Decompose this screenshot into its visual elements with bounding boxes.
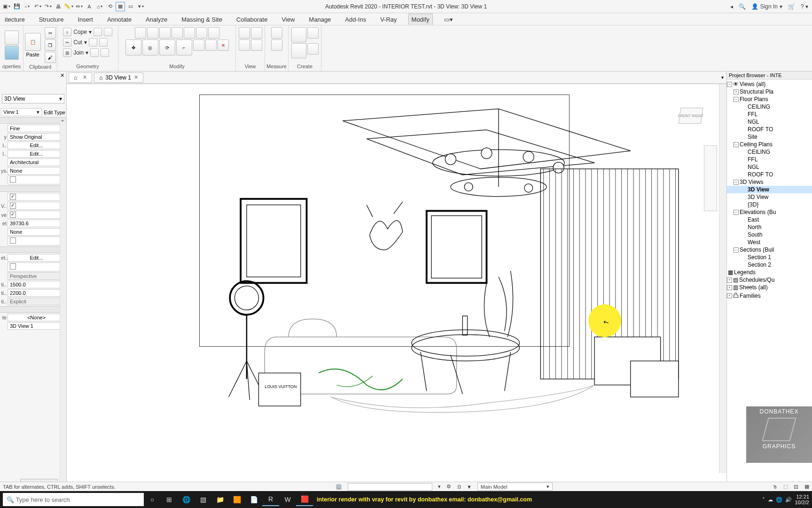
app-icon[interactable]: W <box>279 493 296 506</box>
check-c[interactable] <box>8 202 65 210</box>
detail-level[interactable]: Fine <box>8 125 65 132</box>
tab-analyze[interactable]: Analyze <box>143 14 170 25</box>
offset-field[interactable]: 39730.6 <box>8 220 65 227</box>
edit-field[interactable]: Edit... <box>8 254 65 262</box>
drawing-canvas[interactable]: LOUIS VUITTON FRONT RIGHT ↖ <box>67 84 726 482</box>
paste-icon[interactable]: 📋 <box>25 33 41 51</box>
tree-legends[interactable]: ▦ Legends <box>727 269 812 276</box>
tab-extra-icon[interactable]: ▭▾ <box>441 14 456 25</box>
view-b-icon[interactable] <box>251 27 262 39</box>
properties-icon[interactable] <box>5 46 19 60</box>
tab-structure[interactable]: Structure <box>36 14 67 25</box>
mirror-draw-icon[interactable] <box>172 27 183 39</box>
tab-massing[interactable]: Massing & Site <box>179 14 225 25</box>
sync-icon[interactable]: ⟲ <box>105 2 115 11</box>
close-icon[interactable]: ✕ <box>134 74 138 80</box>
tree-schedules[interactable]: +▤ Schedules/Qu <box>727 276 812 284</box>
offset-icon[interactable] <box>147 27 158 39</box>
tree-item[interactable]: Section 1 <box>727 254 812 261</box>
app-icon[interactable]: R <box>262 493 279 506</box>
show-hidden[interactable]: None <box>8 167 65 175</box>
close-icon[interactable]: ✕ <box>83 74 87 80</box>
app-icon[interactable]: ▧ <box>195 493 211 506</box>
tree-item[interactable]: South <box>727 231 812 238</box>
join-button[interactable]: ⊞Join ▾ <box>61 48 111 57</box>
check-b[interactable] <box>8 193 65 201</box>
array-b-icon[interactable] <box>196 27 207 39</box>
tree-structural[interactable]: +Structural Pla <box>727 88 812 95</box>
status-icon[interactable]: 🏢 <box>336 484 342 490</box>
vertical-scrollbar[interactable] <box>719 84 726 473</box>
move-icon[interactable]: ✥ <box>125 40 141 56</box>
projection[interactable]: Perspective <box>8 272 65 280</box>
cam-b[interactable]: 2200.0 <box>8 289 65 297</box>
tree-item[interactable]: CEILING <box>727 148 812 156</box>
tree-item[interactable]: ROOF TO <box>727 171 812 178</box>
app-icon[interactable]: 🟧 <box>228 493 245 506</box>
app-icon[interactable]: 🌐 <box>178 493 195 506</box>
measure-b-icon[interactable] <box>271 40 282 51</box>
sel-c-icon[interactable]: ⛝ <box>794 484 799 490</box>
tree-item[interactable]: ROOF TO <box>727 126 812 133</box>
match-icon[interactable]: 🖌 <box>45 52 56 63</box>
tray-net-icon[interactable]: 🌐 <box>776 497 782 503</box>
filter-icon[interactable]: ▼ <box>467 484 472 490</box>
tree-item[interactable]: North <box>727 223 812 231</box>
geom-b-icon[interactable] <box>104 28 112 36</box>
tab-annotate[interactable]: Annotate <box>104 14 134 25</box>
dimension-icon[interactable]: ⇔ <box>74 2 84 11</box>
undo-icon[interactable]: ↶ <box>33 2 42 11</box>
save-icon[interactable]: 💾 <box>12 2 22 11</box>
status-icon[interactable]: ⚙ <box>446 484 451 490</box>
tab-insert[interactable]: Insert <box>75 14 96 25</box>
tree-item[interactable]: FFL <box>727 111 812 118</box>
group-header[interactable] <box>0 185 66 192</box>
view-tab-1[interactable]: ⌂3D View 1✕ <box>94 72 143 83</box>
taskbar-search[interactable]: 🔍 Type here to search <box>3 493 144 506</box>
tree-sheets[interactable]: +▥ Sheets (all) <box>727 284 812 291</box>
view-name[interactable]: 3D View 1 <box>8 322 65 330</box>
tree-item[interactable]: NGL <box>727 163 812 171</box>
system-tray[interactable]: ˄ ☁ 🌐 🔊 12:2110/2/2 <box>762 494 809 505</box>
tree-item[interactable]: NGL <box>727 118 812 126</box>
cortana-icon[interactable]: ○ <box>144 493 161 506</box>
tab-view[interactable]: View <box>279 14 297 25</box>
group-header[interactable] <box>0 306 66 313</box>
tree-item[interactable]: 3D View <box>727 193 812 201</box>
print-icon[interactable]: 🖶 <box>54 2 63 11</box>
measure-a-icon[interactable] <box>271 27 282 39</box>
text-icon[interactable]: A <box>85 2 94 11</box>
tray-chevron-icon[interactable]: ˄ <box>762 497 765 503</box>
graphic-disp[interactable]: Edit... <box>8 150 65 158</box>
tab-collaborate[interactable]: Collaborate <box>234 14 271 25</box>
mirror-axis-icon[interactable] <box>159 27 171 39</box>
tab-vray[interactable]: V-Ray <box>377 14 399 25</box>
pin-icon[interactable] <box>205 40 217 51</box>
workset-combo[interactable]: Main Model▾ <box>477 483 553 491</box>
new-icon[interactable]: ▫ <box>23 2 32 11</box>
app-icon[interactable]: 📁 <box>211 493 228 506</box>
create-d-icon[interactable] <box>307 43 319 55</box>
delete-icon[interactable]: ✕ <box>218 40 229 51</box>
taskview-icon[interactable]: ⊞ <box>161 493 178 506</box>
tree-views[interactable]: −👁 Views (all) <box>727 80 812 88</box>
view-d-icon[interactable] <box>251 40 262 51</box>
recent-icon[interactable]: ◂ <box>730 3 733 10</box>
check-d[interactable] <box>8 211 65 219</box>
view-a-icon[interactable] <box>239 27 250 39</box>
tab-architecture[interactable]: itecture <box>2 14 28 25</box>
tab-addins[interactable]: Add-Ins <box>342 14 369 25</box>
phase[interactable]: <None> <box>8 314 65 321</box>
thin-lines-icon[interactable]: ⌂ <box>95 2 104 11</box>
parts-vis[interactable]: Show Original <box>8 133 65 141</box>
app-menu-icon[interactable]: ▣ <box>2 2 11 11</box>
discipline[interactable]: Architectural <box>8 159 65 166</box>
tree-item[interactable]: Site <box>727 133 812 141</box>
tree-floorplans[interactable]: −Floor Plans <box>727 95 812 103</box>
help-icon[interactable]: ? ▾ <box>801 3 808 10</box>
rotate-icon[interactable]: ⟳ <box>159 40 175 56</box>
sel-b-icon[interactable]: ⬚ <box>783 484 788 490</box>
cut-small-icon[interactable]: ✂ <box>45 27 56 39</box>
tray-cloud-icon[interactable]: ☁ <box>768 497 773 503</box>
geom-d-icon[interactable] <box>99 38 108 47</box>
